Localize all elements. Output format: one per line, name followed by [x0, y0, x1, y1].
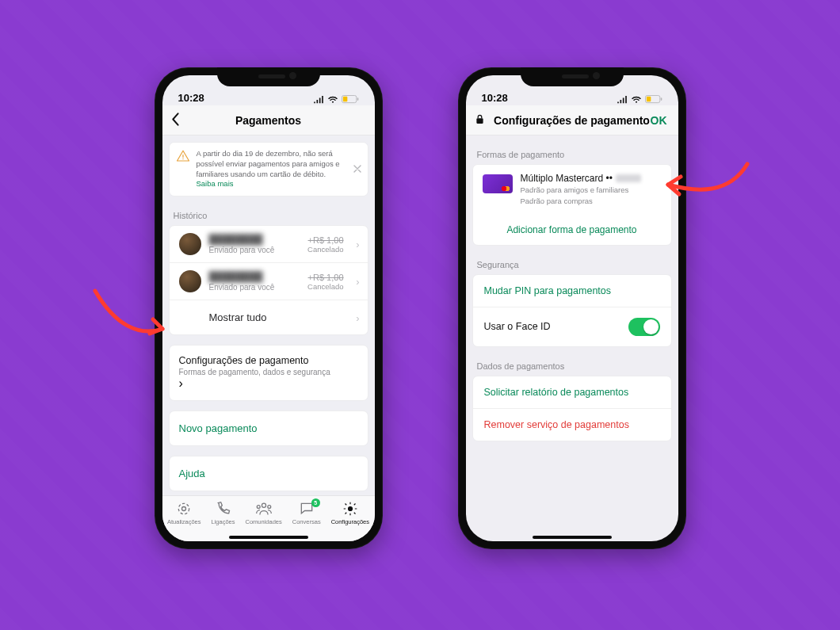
banner-close-button[interactable]: [353, 163, 361, 176]
scroll-area: A partir do dia 19 de dezembro, não será…: [162, 136, 375, 495]
svg-point-3: [182, 158, 183, 159]
remove-service-button[interactable]: Remover serviço de pagamentos: [473, 409, 671, 441]
communities-icon: [255, 501, 273, 517]
new-payment-button[interactable]: Novo pagamento: [170, 411, 368, 445]
card-title-prefix: Múltiplo Mastercard ••: [521, 173, 613, 184]
payment-settings-card: Configurações de pagamento Formas de pag…: [169, 345, 368, 401]
phone-left: 10:28 Pagamentos A partir d: [155, 67, 383, 549]
nav-title: Configurações de pagamento: [494, 114, 650, 127]
svg-rect-1: [357, 97, 358, 101]
scroll-area: Formas de pagamento Múltiplo Mastercard …: [466, 136, 678, 536]
svg-rect-12: [646, 97, 651, 101]
faceid-row[interactable]: Usar o Face ID: [473, 307, 671, 346]
chevron-right-icon: ›: [179, 376, 358, 391]
tab-settings[interactable]: Configurações: [331, 501, 369, 525]
history-sub: Enviado para você: [209, 246, 308, 254]
tab-bar: Atualizações Ligações Comunidades 5 Conv…: [162, 495, 375, 541]
status-right: [617, 95, 662, 104]
history-amount: +R$ 1,00: [307, 273, 343, 282]
history-label: Histórico: [162, 197, 375, 225]
chats-badge: 5: [311, 498, 320, 507]
payment-methods-card: Múltiplo Mastercard •• Padrão para amigo…: [472, 164, 672, 246]
payment-settings-title: Configurações de pagamento: [179, 355, 358, 366]
faceid-toggle[interactable]: [628, 318, 660, 336]
chats-icon: 5: [298, 501, 315, 517]
history-row[interactable]: ████████ Enviado para você +R$ 1,00 Canc…: [170, 226, 368, 263]
back-button[interactable]: [170, 112, 180, 128]
status-right: [313, 95, 359, 104]
svg-point-7: [257, 506, 260, 509]
show-all-button[interactable]: Mostrar tudo ›: [170, 300, 368, 334]
chevron-right-icon: ›: [356, 311, 359, 323]
svg-rect-11: [660, 97, 662, 101]
signal-icon: [617, 96, 628, 104]
history-amount: +R$ 1,00: [307, 235, 343, 245]
payment-data-label: Dados de pagamentos: [466, 347, 678, 376]
history-status: Cancelado: [307, 282, 343, 291]
home-indicator[interactable]: [533, 536, 612, 539]
show-all-label: Mostrar tudo: [209, 311, 267, 323]
faceid-label: Usar o Face ID: [484, 321, 551, 332]
signal-icon: [313, 96, 324, 104]
help-card: Ajuda: [169, 456, 368, 491]
notch: [217, 67, 320, 86]
phones-wrap: 10:28 Pagamentos A partir d: [0, 0, 840, 630]
tab-chats[interactable]: 5 Conversas: [292, 501, 321, 525]
lock-icon: [475, 114, 484, 127]
home-indicator[interactable]: [229, 536, 308, 539]
battery-icon: [342, 95, 359, 104]
request-report-button[interactable]: Solicitar relatório de pagamentos: [473, 376, 671, 409]
tab-label: Configurações: [331, 518, 369, 525]
calls-icon: [215, 501, 232, 517]
tab-label: Ligações: [212, 518, 235, 525]
history-sub: Enviado para você: [209, 283, 308, 292]
ok-button[interactable]: OK: [651, 114, 667, 127]
chevron-right-icon: ›: [356, 276, 359, 288]
status-time: 10:28: [482, 92, 508, 104]
avatar: [179, 270, 201, 292]
history-status: Cancelado: [307, 245, 343, 254]
security-card: Mudar PIN para pagamentos Usar o Face ID: [472, 274, 672, 347]
screen-right: 10:28 Configurações de pagamento OK Form…: [466, 75, 678, 541]
phone-right: 10:28 Configurações de pagamento OK Form…: [458, 67, 686, 549]
warning-icon: [176, 149, 190, 163]
card-title: Múltiplo Mastercard ••: [521, 173, 662, 184]
nav-title: Pagamentos: [235, 114, 301, 127]
payment-methods-label: Formas de pagamento: [466, 136, 678, 164]
tab-label: Conversas: [292, 518, 321, 525]
contact-name-redacted: ████████: [209, 234, 308, 245]
avatar: [179, 233, 201, 255]
wifi-icon: [327, 96, 338, 104]
card-sub1: Padrão para amigos e familiares: [521, 185, 662, 195]
screen-left: 10:28 Pagamentos A partir d: [162, 75, 375, 541]
payment-settings-sub: Formas de pagamento, dados e segurança: [179, 368, 358, 376]
security-label: Segurança: [466, 246, 678, 274]
tab-calls[interactable]: Ligações: [212, 501, 235, 525]
nav-header: Pagamentos: [162, 105, 375, 136]
add-payment-method-button[interactable]: Adicionar forma de pagamento: [473, 215, 671, 245]
tab-communities[interactable]: Comunidades: [246, 501, 282, 525]
svg-rect-2: [342, 97, 347, 101]
settings-icon: [342, 501, 359, 517]
history-row[interactable]: ████████ Enviado para você +R$ 1,00 Canc…: [170, 263, 368, 300]
svg-rect-13: [476, 118, 483, 124]
payment-card-row[interactable]: Múltiplo Mastercard •• Padrão para amigo…: [473, 165, 671, 215]
help-button[interactable]: Ajuda: [170, 456, 368, 491]
svg-point-5: [182, 507, 186, 511]
svg-point-9: [348, 507, 352, 511]
tab-updates[interactable]: Atualizações: [167, 501, 201, 525]
status-time: 10:28: [178, 92, 204, 104]
close-icon: [353, 165, 361, 173]
banner-text: A partir do dia 19 de dezembro, não será…: [197, 149, 340, 178]
card-brand-icon: [483, 174, 513, 193]
change-pin-button[interactable]: Mudar PIN para pagamentos: [473, 275, 671, 307]
payment-settings-row[interactable]: Configurações de pagamento Formas de pag…: [170, 346, 368, 400]
history-card: ████████ Enviado para você +R$ 1,00 Canc…: [169, 225, 368, 335]
card-last4-redacted: [616, 174, 641, 182]
svg-point-8: [267, 506, 270, 509]
contact-name-redacted: ████████: [209, 271, 308, 282]
banner-link[interactable]: Saiba mais: [197, 179, 234, 188]
battery-icon: [645, 95, 662, 104]
svg-point-6: [262, 503, 265, 507]
wifi-icon: [631, 96, 642, 104]
